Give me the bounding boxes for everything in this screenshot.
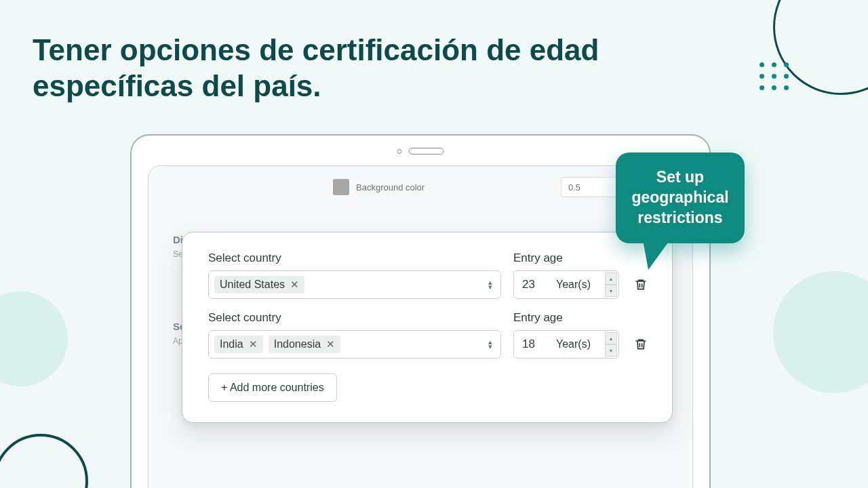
country-select[interactable]: United States ✕ ▴▾ [208, 270, 501, 299]
add-countries-button[interactable]: + Add more countries [208, 373, 337, 402]
select-caret-icon: ▴▾ [488, 340, 492, 348]
country-row: Select country United States ✕ ▴▾ Entry … [208, 251, 650, 299]
age-unit: Year(s) [556, 279, 591, 291]
remove-chip-icon[interactable]: ✕ [326, 338, 335, 350]
decorative-blob [0, 291, 68, 386]
remove-chip-icon[interactable]: ✕ [290, 279, 299, 291]
country-row: Select country India ✕ Indonesia ✕ ▴▾ En… [208, 311, 650, 359]
background-color-label: Background color [356, 182, 425, 192]
entry-age-label: Entry age [513, 251, 619, 265]
delete-row-button[interactable] [631, 330, 650, 359]
callout-bubble: Set up geographical restrictions [616, 152, 745, 243]
page-headline: Tener opciones de certificación de edad … [33, 33, 684, 104]
country-chip-label: Indonesia [274, 338, 321, 350]
age-unit: Year(s) [556, 338, 591, 350]
decorative-blob [773, 271, 868, 393]
number-spinner[interactable]: ▴▾ [605, 272, 617, 297]
entry-age-input[interactable]: 23 Year(s) ▴▾ [513, 270, 619, 299]
country-chip: India ✕ [214, 336, 263, 353]
entry-age-label: Entry age [513, 311, 619, 325]
country-chip-label: United States [220, 279, 285, 291]
trash-icon [634, 337, 648, 352]
delete-row-button[interactable] [631, 270, 650, 299]
device-notch [397, 148, 444, 155]
select-caret-icon: ▴▾ [488, 280, 492, 289]
geo-restrictions-modal: Select country United States ✕ ▴▾ Entry … [182, 232, 673, 423]
select-country-label: Select country [208, 251, 501, 265]
age-value: 23 [522, 278, 556, 291]
trash-icon [634, 277, 648, 292]
color-swatch[interactable] [333, 179, 349, 195]
decorative-dots [760, 62, 789, 90]
country-chip: Indonesia ✕ [269, 336, 340, 353]
entry-age-input[interactable]: 18 Year(s) ▴▾ [513, 330, 619, 359]
remove-chip-icon[interactable]: ✕ [249, 338, 258, 350]
decorative-circle [0, 434, 88, 488]
select-country-label: Select country [208, 311, 501, 325]
country-chip: United States ✕ [214, 276, 304, 293]
age-value: 18 [522, 338, 556, 351]
country-select[interactable]: India ✕ Indonesia ✕ ▴▾ [208, 330, 501, 359]
number-spinner[interactable]: ▴▾ [605, 332, 617, 357]
country-chip-label: India [220, 338, 243, 350]
